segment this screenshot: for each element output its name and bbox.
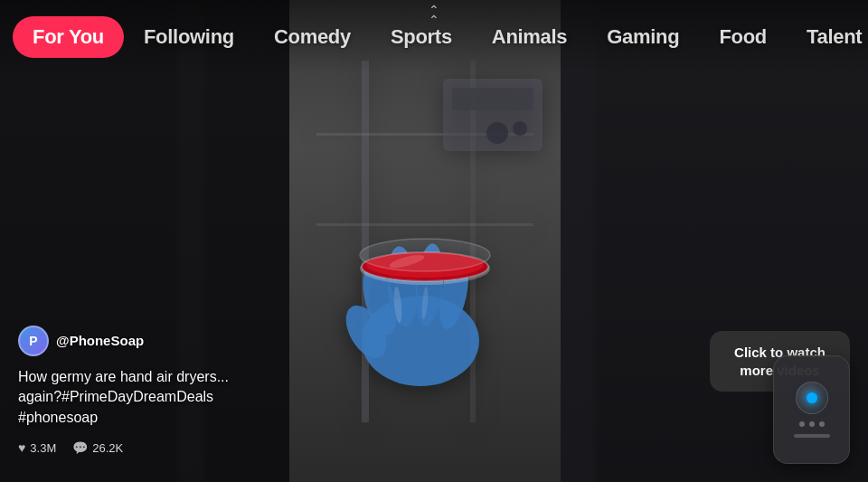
comments-count: 26.2K	[92, 441, 123, 455]
stats-row: ♥ 3.3M 💬 26.2K	[18, 440, 271, 455]
username[interactable]: @PhoneSoap	[56, 333, 144, 348]
remote-strip	[794, 434, 830, 438]
video-info-overlay: P @PhoneSoap How germy are hand air drye…	[18, 326, 271, 455]
heart-icon: ♥	[18, 440, 25, 455]
remote-dot-3	[819, 421, 825, 427]
video-description: How germy are hand air dryers... again?#…	[18, 367, 271, 428]
tab-sports[interactable]: Sports	[371, 18, 472, 56]
remote-dot-2	[809, 421, 815, 427]
remote-dots-row	[799, 421, 825, 427]
svg-point-6	[486, 122, 508, 144]
svg-rect-0	[362, 61, 369, 422]
tab-for-you[interactable]: For You	[13, 16, 124, 58]
avatar-letter: P	[29, 334, 37, 348]
tab-talent[interactable]: Talent	[787, 18, 868, 56]
svg-point-21	[360, 239, 490, 271]
remote-indicator-light	[807, 392, 817, 403]
comments-stat: 💬 26.2K	[72, 440, 123, 455]
likes-count: 3.3M	[30, 441, 56, 455]
svg-rect-5	[452, 88, 533, 110]
svg-rect-3	[316, 223, 533, 226]
svg-point-7	[513, 121, 527, 136]
tab-animals[interactable]: Animals	[472, 18, 587, 56]
tab-food[interactable]: Food	[699, 18, 787, 56]
tab-comedy[interactable]: Comedy	[254, 18, 371, 56]
remote-control[interactable]	[773, 355, 850, 464]
tab-gaming[interactable]: Gaming	[587, 18, 699, 56]
remote-dot-1	[799, 421, 805, 427]
lab-scene-svg	[289, 61, 561, 422]
likes-stat: ♥ 3.3M	[18, 440, 56, 455]
avatar[interactable]: P	[18, 326, 49, 356]
tab-following[interactable]: Following	[124, 18, 254, 56]
user-row: P @PhoneSoap	[18, 326, 271, 356]
top-navigation: ⌃ ⌃ For You Following Comedy Sports Anim…	[0, 0, 868, 74]
scroll-up-indicator: ⌃ ⌃	[429, 5, 439, 25]
remote-main-button[interactable]	[796, 382, 828, 414]
comment-icon: 💬	[72, 440, 88, 455]
